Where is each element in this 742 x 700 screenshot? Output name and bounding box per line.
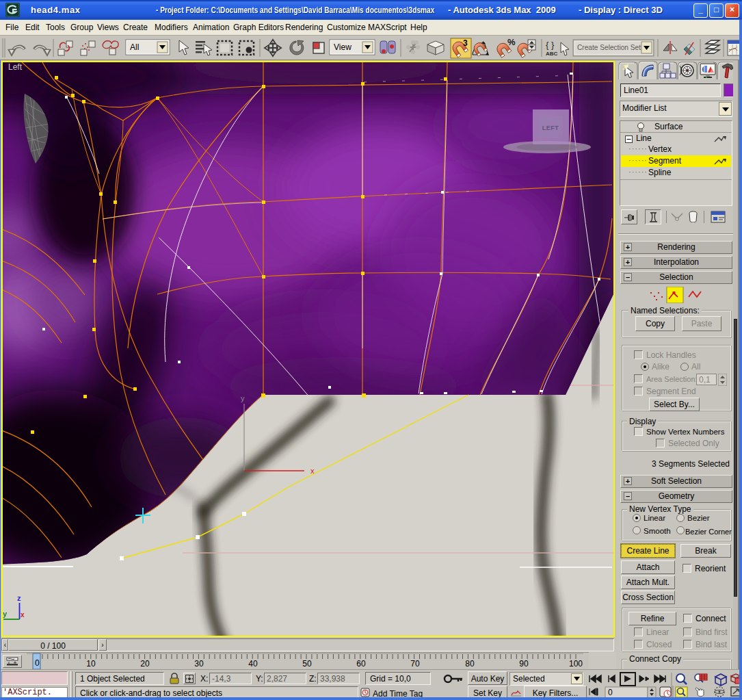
svg-text:90: 90 [519,659,529,669]
svg-text:y: y [241,394,245,402]
svg-text:100: 100 [569,659,583,669]
svg-text:3: 3 [463,38,468,48]
svg-text:20: 20 [140,659,150,669]
svg-text:Left: Left [8,62,23,72]
svg-text:Create Selection Set: Create Selection Set [577,43,641,51]
svg-text:y: y [3,610,8,618]
svg-text:x: x [310,467,315,475]
svg-text:60: 60 [356,659,366,669]
svg-text:View: View [334,42,352,52]
svg-text:10: 10 [86,659,96,669]
svg-text:All: All [130,42,139,52]
svg-text:70: 70 [410,659,420,669]
svg-text:ABC: ABC [546,51,558,57]
svg-text:%: % [507,37,516,47]
svg-text:0: 0 [35,658,40,668]
svg-text:x: x [21,611,25,619]
svg-text:LEFT: LEFT [542,125,559,131]
svg-text:{ }: { } [546,40,555,50]
svg-text:z: z [17,594,21,602]
svg-text:50: 50 [302,659,312,669]
svg-text:0: 0 [608,688,613,697]
svg-text:80: 80 [465,659,475,669]
svg-text:40: 40 [248,659,258,669]
svg-text:30: 30 [194,659,204,669]
